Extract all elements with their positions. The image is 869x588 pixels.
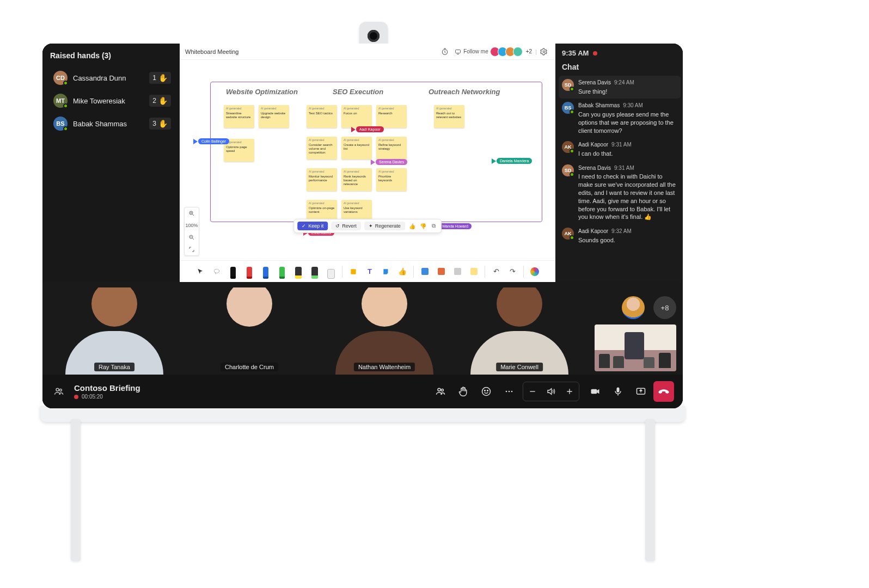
camera-button[interactable]	[585, 381, 605, 402]
revert-button[interactable]: ↺ Revert	[331, 222, 361, 230]
sticky-note[interactable]: AI generatedResearch	[376, 105, 407, 128]
meeting-title: Contoso Briefing	[74, 383, 140, 393]
hang-up-button[interactable]	[653, 381, 674, 402]
raise-hand-button[interactable]	[453, 381, 474, 402]
undo-button[interactable]: ↶	[491, 266, 501, 277]
avatar: SD	[562, 164, 574, 176]
raised-hands-panel: Raised hands (3) CD Cassandra Dunn 1✋ MT…	[42, 44, 180, 282]
zoom-out-icon[interactable]	[185, 231, 199, 243]
pen-red[interactable]	[244, 265, 255, 279]
timer-icon[interactable]	[439, 46, 451, 58]
more-button[interactable]	[499, 381, 519, 402]
zoom-in-icon[interactable]	[185, 207, 199, 219]
chat-time: 9:31 AM	[611, 142, 632, 148]
sticky-note-tool[interactable]	[381, 266, 391, 277]
share-button[interactable]	[631, 381, 651, 402]
chat-list[interactable]: SD Serena Davis9:24 AM Sure thing! BS Ba…	[555, 76, 683, 282]
highlighter-yellow[interactable]	[293, 265, 304, 279]
raised-hand-icon: ✋	[158, 96, 168, 105]
chat-time: 9:31 AM	[614, 165, 634, 171]
participant-tile[interactable]: Charlotte de Crum	[184, 287, 315, 375]
thumbs-down-icon[interactable]: 👎	[419, 222, 427, 230]
sticky-note[interactable]: AI generatedUpgrade website design	[259, 105, 289, 128]
react-button[interactable]	[476, 381, 497, 402]
thumbs-up-icon[interactable]: 👍	[408, 222, 416, 230]
whiteboard-participant-avatars[interactable]	[492, 47, 523, 57]
chat-text: I can do that.	[578, 150, 677, 158]
participant-tile[interactable]: Ray Tanaka	[49, 287, 180, 375]
call-bar: Contoso Briefing 00:05:20	[42, 375, 683, 408]
template-blue[interactable]	[419, 266, 430, 277]
raised-hand-item[interactable]: BS Babak Shammas 3✋	[50, 112, 174, 135]
roster-icon[interactable]	[51, 384, 66, 399]
text-tool[interactable]: T	[364, 266, 375, 277]
svg-rect-17	[591, 389, 597, 394]
whiteboard-avatar-overflow[interactable]: +2	[526, 48, 532, 54]
highlighter-green[interactable]	[309, 265, 320, 279]
live-cursor: Daniela Mandera	[497, 158, 532, 164]
sticky-note[interactable]: AI generatedRank keywords based on relev…	[341, 168, 372, 191]
lasso-tool[interactable]	[211, 266, 222, 277]
shapes-tool[interactable]	[348, 266, 359, 277]
template-sticky[interactable]	[468, 266, 479, 277]
content-room-thumbnail[interactable]	[595, 324, 676, 371]
sticky-note[interactable]: AI generatedReach out to relevant websit…	[434, 105, 464, 128]
sticky-note[interactable]: AI generatedMonitor keyword performance	[307, 168, 337, 191]
copy-icon[interactable]: ⧉	[430, 222, 438, 230]
volume-up-button[interactable]	[560, 382, 579, 401]
raised-hand-item[interactable]: CD Cassandra Dunn 1✋	[50, 66, 174, 89]
raised-hands-title: Raised hands (3)	[50, 51, 174, 60]
sticky-note[interactable]: AI generatedTest SEO tactics	[307, 105, 337, 128]
participant-avatar[interactable]	[513, 47, 523, 57]
sticky-note[interactable]: AI generatedCreate a keyword list	[341, 137, 372, 160]
sticky-note[interactable]: AI generatedRefine keyword strategy	[376, 137, 407, 160]
pointer-tool[interactable]	[195, 266, 206, 277]
svg-rect-6	[351, 269, 356, 274]
hand-order-badge: 2✋	[149, 95, 171, 107]
sticky-note[interactable]: AI generatedPrioritize keywords	[376, 168, 407, 191]
template-gray[interactable]	[452, 266, 463, 277]
chat-message[interactable]: AK Aadi Kapoor9:32 AM Sounds good.	[559, 224, 681, 247]
participants-overflow[interactable]: +8	[653, 296, 676, 319]
chat-message[interactable]: AK Aadi Kapoor9:31 AM I can do that.	[559, 138, 681, 161]
chat-message[interactable]: SD Serena Davis9:24 AM Sure thing!	[559, 76, 681, 99]
avatar: BS	[562, 102, 574, 114]
sticky-note[interactable]: AI generatedFocus on	[341, 105, 372, 128]
participant-tile[interactable]: Marie Conwell	[454, 287, 585, 375]
sticky-note[interactable]: AI generatedConsider search volume and c…	[307, 137, 337, 160]
redo-button[interactable]: ↷	[507, 266, 518, 277]
template-red[interactable]	[436, 266, 446, 277]
participant-video	[184, 287, 315, 375]
pen-blue[interactable]	[260, 265, 271, 279]
wb-col-title-3: Outreach Networking	[429, 88, 500, 96]
pen-black[interactable]	[228, 265, 238, 279]
recording-dot-icon	[74, 395, 78, 399]
participant-name: Nathan Waltenheim	[354, 363, 415, 371]
raised-hand-item[interactable]: MT Mike Toweresiak 2✋	[50, 89, 174, 112]
eraser-tool[interactable]	[326, 265, 336, 279]
chat-message[interactable]: BS Babak Shammas9:30 AM Can you guys ple…	[559, 99, 681, 138]
mic-button[interactable]	[608, 381, 628, 402]
hand-order-badge: 3✋	[149, 118, 171, 130]
regenerate-button[interactable]: ✦ Regenerate	[364, 222, 405, 230]
chat-message[interactable]: SD Serena Davis9:31 AM I need to check i…	[559, 161, 681, 225]
fit-icon[interactable]	[185, 243, 199, 255]
speaker-button[interactable]	[542, 382, 560, 401]
self-avatar[interactable]	[622, 296, 645, 319]
whiteboard-canvas[interactable]: Website Optimization SEO Execution Outre…	[180, 60, 555, 260]
device-leg-right	[645, 419, 655, 561]
chat-text: Sounds good.	[578, 236, 677, 244]
volume-down-button[interactable]	[523, 382, 542, 401]
svg-point-12	[485, 390, 486, 391]
reaction-tool[interactable]: 👍	[397, 266, 408, 277]
zoom-controls[interactable]: 100%	[184, 207, 199, 256]
settings-icon[interactable]	[538, 46, 550, 58]
follow-me-button[interactable]: Follow me	[451, 47, 492, 57]
keep-button[interactable]: ✓ Keep it	[297, 222, 328, 230]
people-button[interactable]	[430, 381, 451, 402]
sticky-note[interactable]: AI generatedStreamline website structure	[224, 105, 254, 128]
copilot-icon[interactable]	[529, 266, 540, 277]
live-cursor: Serena Davies	[376, 159, 407, 165]
participant-tile[interactable]: Nathan Waltenheim	[319, 287, 450, 375]
pen-green[interactable]	[277, 265, 287, 279]
